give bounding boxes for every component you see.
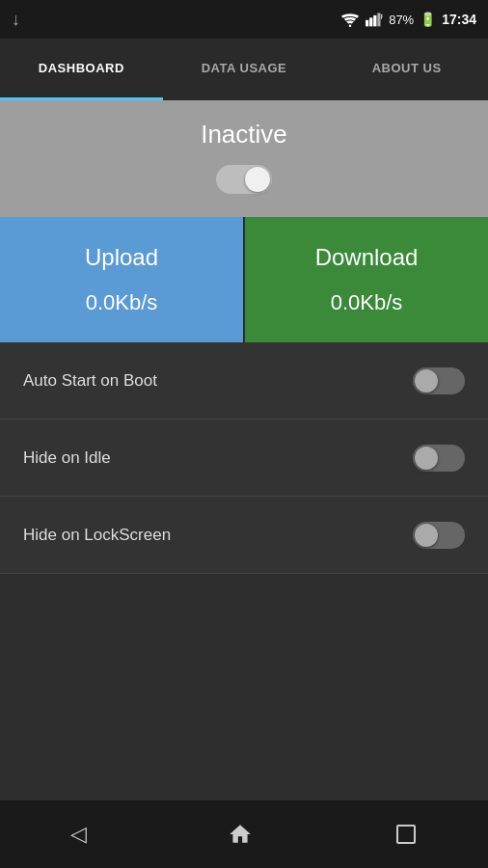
inactive-section: Inactive	[0, 100, 488, 217]
tab-data-usage[interactable]: DATA USAGE	[163, 39, 326, 100]
battery-icon: 🔋	[420, 12, 436, 27]
svg-rect-2	[369, 17, 372, 26]
setting-hide-idle-label: Hide on Idle	[23, 448, 111, 468]
upload-value: 0.0Kb/s	[86, 290, 158, 315]
tab-about-us[interactable]: ABOUT US	[325, 39, 488, 100]
setting-hide-lockscreen: Hide on LockScreen	[0, 497, 488, 574]
status-bar-right: R 87% 🔋 17:34	[340, 12, 476, 27]
svg-rect-6	[397, 826, 415, 843]
clock: 17:34	[442, 12, 476, 27]
wifi-icon	[340, 12, 360, 27]
battery-indicator: 87%	[389, 13, 414, 27]
toggle-hide-idle[interactable]	[413, 445, 465, 472]
svg-rect-1	[366, 20, 368, 27]
download-card: Download 0.0Kb/s	[245, 217, 488, 342]
upload-card: Upload 0.0Kb/s	[0, 217, 243, 342]
setting-auto-start-label: Auto Start on Boot	[23, 371, 157, 391]
recent-apps-icon	[394, 823, 418, 846]
tab-bar: DASHBOARD DATA USAGE ABOUT US	[0, 39, 488, 100]
status-label: Inactive	[201, 120, 287, 149]
nav-bar: ◁	[0, 800, 488, 868]
toggle-knob-auto-start	[415, 369, 438, 393]
toggle-knob-hide-lockscreen	[415, 524, 438, 547]
main-toggle[interactable]	[216, 165, 272, 194]
setting-auto-start: Auto Start on Boot	[0, 342, 488, 420]
speed-cards: Upload 0.0Kb/s Download 0.0Kb/s	[0, 217, 488, 342]
signal-icon: R	[366, 12, 383, 27]
status-bar: ↓ R 87% 🔋 17:34	[0, 0, 488, 39]
tab-dashboard[interactable]: DASHBOARD	[0, 39, 163, 100]
toggle-knob-hide-idle	[415, 447, 438, 470]
setting-hide-lockscreen-label: Hide on LockScreen	[23, 526, 171, 545]
download-value: 0.0Kb/s	[331, 290, 403, 315]
toggle-auto-start[interactable]	[413, 367, 465, 394]
status-bar-left: ↓	[12, 10, 20, 30]
home-button[interactable]	[228, 822, 253, 847]
svg-point-0	[349, 24, 352, 27]
back-button[interactable]: ◁	[70, 822, 87, 847]
download-title: Download	[315, 244, 419, 271]
toggle-knob	[245, 167, 270, 192]
svg-text:R: R	[381, 14, 383, 20]
recent-apps-button[interactable]	[394, 823, 418, 846]
toggle-hide-lockscreen[interactable]	[413, 522, 465, 549]
svg-rect-3	[373, 15, 376, 26]
home-icon	[228, 822, 253, 847]
setting-hide-idle: Hide on Idle	[0, 420, 488, 497]
upload-title: Upload	[85, 244, 158, 271]
notification-down-icon: ↓	[12, 10, 20, 30]
settings-section: Auto Start on Boot Hide on Idle Hide on …	[0, 342, 488, 574]
